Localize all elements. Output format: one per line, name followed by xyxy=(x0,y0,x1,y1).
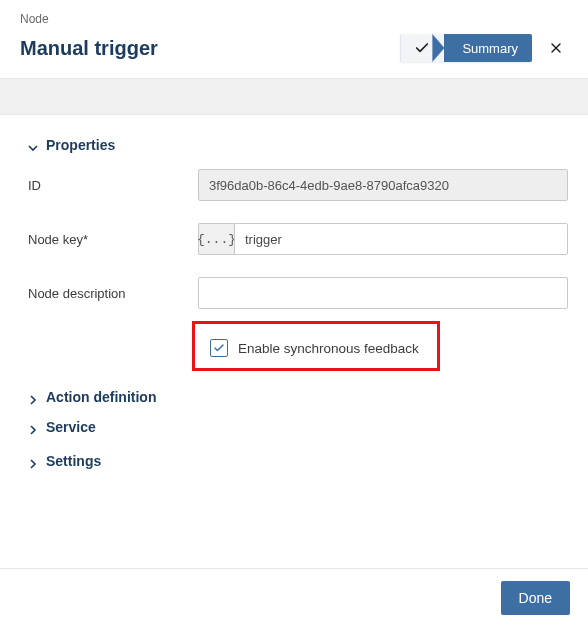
chevron-right-icon xyxy=(28,456,38,466)
id-field xyxy=(198,169,568,201)
section-service-label: Service xyxy=(46,419,96,435)
section-action-definition[interactable]: Action definition xyxy=(28,389,568,405)
node-desc-field[interactable] xyxy=(198,277,568,309)
section-settings-label: Settings xyxy=(46,453,101,469)
close-button[interactable] xyxy=(544,36,568,60)
node-key-field[interactable] xyxy=(234,223,568,255)
chevron-down-icon xyxy=(28,140,38,150)
toolbar-placeholder xyxy=(0,79,588,115)
summary-toggle[interactable]: Summary xyxy=(400,34,532,62)
section-action-definition-label: Action definition xyxy=(46,389,156,405)
check-icon xyxy=(213,342,225,354)
section-properties[interactable]: Properties xyxy=(28,137,568,153)
chevron-right-icon xyxy=(28,392,38,402)
breadcrumb: Node xyxy=(20,12,568,26)
section-service[interactable]: Service xyxy=(28,419,568,435)
node-desc-label: Node description xyxy=(28,286,198,301)
done-button[interactable]: Done xyxy=(501,581,570,615)
chevron-right-icon xyxy=(28,422,38,432)
close-icon xyxy=(548,40,564,56)
summary-label: Summary xyxy=(444,34,532,62)
section-properties-label: Properties xyxy=(46,137,115,153)
node-key-label: Node key* xyxy=(28,232,198,247)
sync-feedback-label: Enable synchronous feedback xyxy=(238,341,419,356)
sync-feedback-checkbox[interactable] xyxy=(210,339,228,357)
expression-icon[interactable]: {...} xyxy=(198,223,234,255)
section-settings[interactable]: Settings xyxy=(28,453,568,469)
page-title: Manual trigger xyxy=(20,37,158,60)
id-label: ID xyxy=(28,178,198,193)
